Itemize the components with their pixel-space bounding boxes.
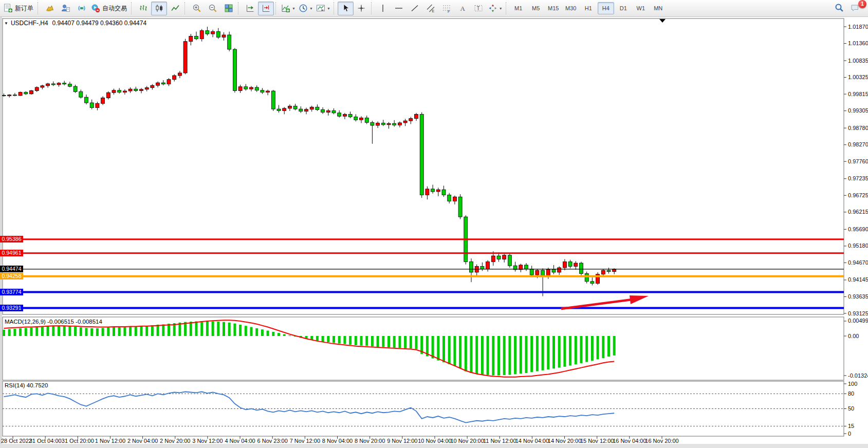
chart-menu-arrow-icon[interactable]: ▼ [4,21,8,26]
gold-icon [45,4,54,13]
price-axis-label: 1.01360 [848,40,868,46]
svg-text:E: E [432,9,435,13]
toolbar-separator [371,2,374,14]
time-axis-label: 11 Nov 12:00 [483,438,516,444]
price-axis-label: 0.93125 [848,310,868,316]
price-axis-label: 1.00325 [848,74,868,80]
template-icon [316,4,325,13]
price-line-badge: 0.94258 [0,273,23,279]
chart-shift-button[interactable] [242,2,258,15]
toolbar: 新订单自动交易▼▼▼EFAT▼M1M5M15M30H1H4D1W1MN [0,0,868,17]
algo-trading-button[interactable]: 自动交易 [89,2,130,15]
text-icon: A [458,4,467,13]
time-axis-label: 10 Nov 20:00 [450,438,484,444]
trendline-button[interactable] [407,2,423,15]
toolbar-separator [238,2,241,14]
rsi-axis-label: 15 [848,423,854,429]
trendline-icon [410,4,419,13]
line-chart-button[interactable] [167,2,183,15]
toolbar-separator [506,2,508,14]
new-order-button[interactable]: 新订单 [2,2,36,15]
text-label-button[interactable]: T [471,2,487,15]
auto-scroll-button[interactable] [258,2,274,15]
timeframe-m30[interactable]: M30 [563,2,579,14]
templates-button[interactable]: ▼ [315,2,332,15]
tile-windows-button[interactable] [220,2,236,15]
window-bottom-edge [0,444,868,448]
horizontal-line-button[interactable] [391,2,407,15]
timeframe-m5[interactable]: M5 [528,2,544,14]
signals-button[interactable] [73,2,89,15]
data-window-button[interactable] [42,2,58,15]
time-axis-label: 28 Oct 2022 [1,438,32,444]
search-icon [835,3,844,14]
price-axis-label: 0.99815 [848,91,868,97]
macd-label: MACD(12,26,9) -0.006515 -0.008514 [5,319,102,325]
algo-icon [91,4,100,13]
timeframe-m1[interactable]: M1 [510,2,527,14]
svg-text:F: F [448,10,450,13]
timeframe-w1[interactable]: W1 [633,2,649,14]
price-axis-label: 0.97760 [848,158,868,164]
hline-icon [394,4,403,13]
time-axis-label: 2 Nov 20:00 [160,438,190,444]
profile-icon [61,4,70,13]
price-axis-label: 0.94670 [848,259,868,266]
time-axis-label: 16 Nov 20:00 [645,438,678,444]
timeframe-h4[interactable]: H4 [598,2,614,14]
mt4-terminal: 新订单自动交易▼▼▼EFAT▼M1M5M15M30H1H4D1W1MN 1 ▼U… [0,0,868,448]
new-order-icon [4,4,13,13]
crosshair-button[interactable] [354,2,370,15]
periods-button[interactable]: ▼ [297,2,315,15]
search-button[interactable] [831,2,847,15]
notification-badge: 1 [858,0,866,8]
text-button[interactable]: A [455,2,471,15]
candles-icon [155,4,164,13]
candlestick-chart-button[interactable] [151,2,167,15]
time-axis-label: 15 Nov 12:00 [580,438,614,444]
notifications-button[interactable]: 1 [847,2,863,15]
toolbar-separator [131,2,134,14]
price-axis-label: 0.98270 [848,141,868,147]
chart-canvas[interactable] [0,0,868,448]
time-axis-label: 31 Oct 04:00 [29,438,62,444]
time-axis-label: 31 Oct 20:00 [62,438,94,444]
vline-icon [378,4,387,13]
cursor-button[interactable] [338,2,354,15]
market-watch-button[interactable] [58,2,73,15]
line-chart-icon [171,4,180,13]
timeframe-mn[interactable]: MN [650,2,667,14]
vertical-line-button[interactable] [375,2,391,15]
time-axis-label: 7 Nov 12:00 [290,438,320,444]
zoom-out-button[interactable] [205,2,220,15]
price-axis-label: 0.96725 [848,192,868,198]
crosshair-icon [357,4,366,13]
equidistant-channel-button[interactable]: E [423,2,439,15]
time-axis-label: 8 Nov 20:00 [355,438,385,444]
toolbar-separator [38,2,40,14]
price-axis-label: 1.00835 [848,58,868,64]
timeframe-m15[interactable]: M15 [545,2,562,14]
fibonacci-button[interactable]: F [439,2,455,15]
signal-icon [77,4,86,13]
trend-arrow-head[interactable] [630,295,649,304]
timeframe-d1[interactable]: D1 [615,2,632,14]
symbol-period-label: USDCHF-,H4 [11,20,48,27]
timeframe-h1[interactable]: H1 [580,2,597,14]
price-axis-label: 0.97235 [848,175,868,181]
rsi-axis-label: 0 [848,431,851,437]
price-axis-label: 1.01870 [848,24,868,30]
zoom-out-icon [208,4,217,13]
bar-chart-button[interactable] [135,2,151,15]
zoom-in-icon [192,4,201,13]
fibo-icon: F [442,4,451,13]
arrows-button[interactable]: ▼ [487,2,504,15]
time-axis-label: 10 Nov 04:00 [418,438,451,444]
time-axis-label: 6 Nov 23:00 [257,438,288,444]
time-axis-label: 14 Nov 20:00 [548,438,581,444]
indicators-button[interactable]: ▼ [280,2,297,15]
toolbar-right: 1 [831,2,863,15]
tile-windows-icon [224,4,233,13]
zoom-in-button[interactable] [189,2,205,15]
shift-marker-icon [659,19,666,23]
